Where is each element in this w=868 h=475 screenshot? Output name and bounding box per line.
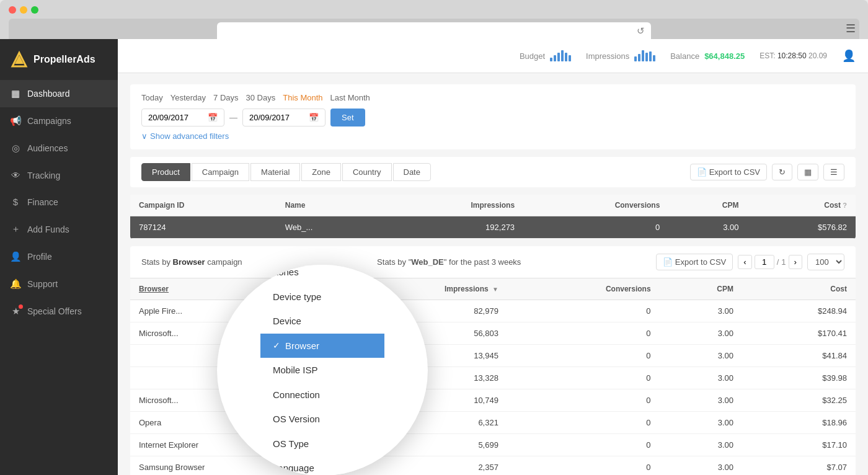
browser-menu-icon[interactable]: ☰	[846, 22, 856, 35]
dropdown-label: Zones	[273, 266, 299, 278]
calendar-icon[interactable]: 📅	[208, 113, 218, 122]
sidebar-item-add-funds[interactable]: ＋ Add Funds	[0, 215, 118, 243]
dropdown-item-zones[interactable]: Zones	[260, 265, 384, 285]
tab-zone[interactable]: Zone	[301, 163, 341, 181]
calendar-icon[interactable]: 📅	[309, 113, 319, 122]
dropdown-label: Mobile ISP	[273, 364, 318, 376]
tab-material[interactable]: Material	[250, 163, 300, 181]
dropdown-item-device[interactable]: Device	[260, 309, 384, 334]
campaigns-table: Campaign ID Name Impressions Conversions…	[130, 195, 856, 239]
cell-impressions: 192,273	[381, 216, 524, 239]
tracking-icon: 👁	[10, 170, 21, 180]
quick-date-7days[interactable]: 7 Days	[213, 93, 238, 102]
advanced-filters[interactable]: ∨ Show advanced filters	[141, 131, 844, 141]
export-csv-button[interactable]: 📄 Export to CSV	[690, 164, 767, 180]
cell-cost: $32.25	[742, 389, 856, 412]
col-conversions[interactable]: Conversions	[507, 278, 660, 300]
main-data-table: Campaign ID Name Impressions Conversions…	[130, 195, 856, 239]
per-page-select[interactable]: 100 50 25	[807, 254, 844, 270]
main-content: Budget Impressions	[118, 39, 868, 475]
minimize-button[interactable]	[20, 6, 27, 14]
cell-cost: $7.07	[742, 456, 856, 476]
dropdown-item-os-version[interactable]: OS Version	[260, 407, 384, 432]
cell-conversions: 0	[523, 216, 668, 239]
cell-conversions: 0	[507, 412, 660, 434]
sidebar-item-label: Audiences	[27, 143, 68, 153]
logo-text: PropellerAds	[33, 54, 95, 65]
cell-campaign-id: 787124	[130, 216, 277, 239]
quick-date-30days[interactable]: 30 Days	[246, 93, 276, 102]
balance-value: $64,848.25	[704, 51, 745, 61]
close-button[interactable]	[9, 6, 16, 14]
to-date-input[interactable]	[249, 113, 305, 122]
table-view-button[interactable]: ☰	[823, 164, 844, 180]
refresh-icon: ↻	[779, 167, 786, 177]
sidebar-item-profile[interactable]: 👤 Profile	[0, 243, 118, 270]
tabs: Product Campaign Material Zone Country D…	[141, 163, 431, 181]
prev-page-button[interactable]: ‹	[738, 255, 751, 269]
quick-date-last-month[interactable]: Last Month	[330, 93, 370, 102]
col-conversions: Conversions	[523, 195, 668, 216]
sidebar-item-label: Special Offers	[27, 306, 82, 316]
tab-date[interactable]: Date	[393, 163, 431, 181]
from-date-input[interactable]	[148, 113, 204, 122]
col-cost[interactable]: Cost	[742, 278, 856, 300]
dropdown-item-device-type[interactable]: Device type	[260, 285, 384, 309]
cell-cost: $170.41	[742, 322, 856, 345]
logo: PropellerAds	[0, 39, 118, 80]
next-page-button[interactable]: ›	[789, 255, 802, 269]
col-cost: Cost ?	[747, 195, 856, 216]
sidebar-item-audiences[interactable]: ◎ Audiences	[0, 135, 118, 162]
cell-conversions: 0	[507, 456, 660, 476]
chart-view-button[interactable]: ▦	[797, 164, 818, 180]
tab-campaign[interactable]: Campaign	[192, 163, 249, 181]
set-button[interactable]: Set	[330, 109, 365, 127]
magnify-circle: Zones Device type Device ✓ Browser	[217, 265, 428, 475]
sidebar-item-label: Tracking	[27, 171, 60, 180]
stats-actions: 📄 Export to CSV ‹ / 1 › 100 50	[656, 254, 844, 270]
content-area: Today Yesterday 7 Days 30 Days This Mont…	[118, 73, 868, 475]
stats-campaign-name: Browser	[173, 257, 205, 267]
dropdown-item-language[interactable]: Language	[260, 456, 384, 475]
user-icon[interactable]: 👤	[842, 49, 856, 63]
pagination: ‹ / 1 ›	[738, 255, 802, 269]
dropdown-menu: Zones Device type Device ✓ Browser	[260, 265, 384, 475]
dropdown-item-browser[interactable]: ✓ Browser	[260, 334, 384, 358]
quick-date-yesterday[interactable]: Yesterday	[170, 93, 206, 102]
sidebar-item-label: Dashboard	[27, 89, 70, 99]
sidebar-item-campaigns[interactable]: 📢 Campaigns	[0, 107, 118, 135]
maximize-button[interactable]	[31, 6, 38, 14]
tab-product[interactable]: Product	[141, 163, 190, 181]
refresh-icon[interactable]: ↺	[637, 25, 645, 37]
sidebar-item-support[interactable]: 🔔 Support	[0, 270, 118, 298]
dropdown-item-connection[interactable]: Connection	[260, 383, 384, 407]
from-date-wrapper: 📅	[141, 109, 224, 127]
refresh-button[interactable]: ↻	[772, 164, 792, 180]
est-label: EST:	[760, 51, 775, 60]
cell-cpm: 3.00	[660, 456, 742, 476]
quick-date-today[interactable]: Today	[141, 93, 163, 102]
stats-export-csv-button[interactable]: 📄 Export to CSV	[656, 254, 733, 270]
cell-cost: $39.98	[742, 367, 856, 389]
cell-cpm: 3.00	[660, 345, 742, 367]
page-input[interactable]	[755, 255, 774, 269]
sidebar-item-special-offers[interactable]: ★ Special Offers	[0, 298, 118, 325]
tab-country[interactable]: Country	[342, 163, 392, 181]
header: Budget Impressions	[118, 39, 868, 73]
quick-date-this-month[interactable]: This Month	[283, 93, 322, 102]
url-bar[interactable]	[242, 26, 626, 35]
sidebar-item-label: Support	[27, 279, 58, 289]
audiences-icon: ◎	[10, 143, 21, 154]
timezone: 20.09	[808, 51, 827, 60]
dropdown-item-os-type[interactable]: OS Type	[260, 432, 384, 456]
col-cpm[interactable]: CPM	[660, 278, 742, 300]
cost-help-icon[interactable]: ?	[843, 202, 847, 209]
profile-icon: 👤	[10, 251, 21, 262]
col-campaign-id: Campaign ID	[130, 195, 277, 216]
sidebar-item-tracking[interactable]: 👁 Tracking	[0, 162, 118, 189]
dropdown-item-mobile-isp[interactable]: Mobile ISP	[260, 358, 384, 383]
sidebar-item-finance[interactable]: $ Finance	[0, 189, 118, 215]
dashboard-icon: ▦	[10, 88, 21, 99]
cell-conversions: 0	[507, 345, 660, 367]
sidebar-item-dashboard[interactable]: ▦ Dashboard	[0, 80, 118, 107]
